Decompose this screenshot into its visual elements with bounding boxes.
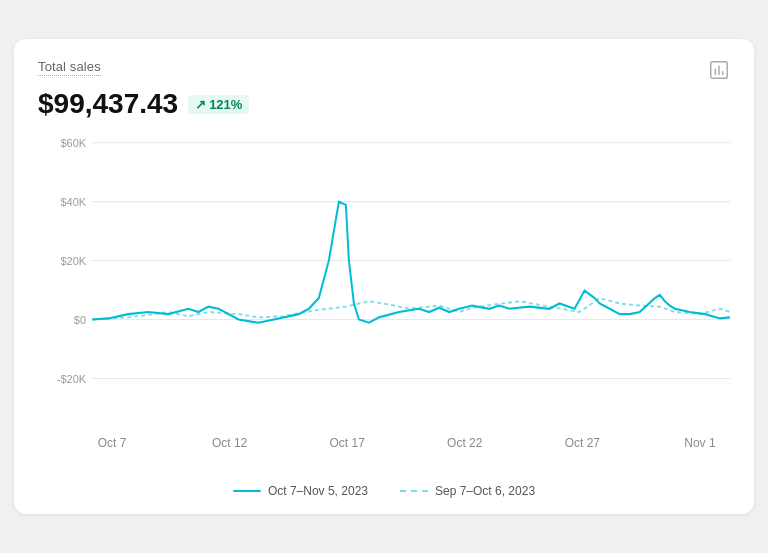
x-label-nov1: Nov 1 bbox=[680, 436, 720, 450]
card-title: Total sales bbox=[38, 59, 101, 76]
svg-text:$40K: $40K bbox=[60, 196, 86, 208]
x-label-oct17: Oct 17 bbox=[327, 436, 367, 450]
chart-container: $60K $40K $20K $0 -$20K Oct 7 Oct 12 Oct… bbox=[38, 132, 730, 472]
chart-svg: $60K $40K $20K $0 -$20K bbox=[38, 132, 730, 432]
legend-series1: Oct 7–Nov 5, 2023 bbox=[233, 484, 368, 498]
svg-text:$20K: $20K bbox=[60, 255, 86, 267]
report-icon[interactable] bbox=[708, 59, 730, 86]
change-arrow: ↗ bbox=[195, 97, 206, 112]
svg-text:-$20K: -$20K bbox=[57, 372, 87, 384]
legend-series1-label: Oct 7–Nov 5, 2023 bbox=[268, 484, 368, 498]
legend-solid-line bbox=[233, 490, 261, 492]
legend-series2: Sep 7–Oct 6, 2023 bbox=[400, 484, 535, 498]
chart-legend: Oct 7–Nov 5, 2023 Sep 7–Oct 6, 2023 bbox=[38, 484, 730, 498]
change-badge: ↗ 121% bbox=[188, 95, 249, 114]
x-axis-labels: Oct 7 Oct 12 Oct 17 Oct 22 Oct 27 Nov 1 bbox=[38, 432, 730, 450]
card-header: Total sales bbox=[38, 59, 730, 86]
svg-text:$60K: $60K bbox=[60, 137, 86, 149]
legend-dashed-line bbox=[400, 490, 428, 492]
x-label-oct22: Oct 22 bbox=[445, 436, 485, 450]
legend-series2-label: Sep 7–Oct 6, 2023 bbox=[435, 484, 535, 498]
sales-card: Total sales $99,437.43 ↗ 121% $60K bbox=[14, 39, 754, 514]
series1-line bbox=[92, 202, 730, 323]
metrics-row: $99,437.43 ↗ 121% bbox=[38, 88, 730, 120]
svg-text:$0: $0 bbox=[74, 313, 86, 325]
total-amount: $99,437.43 bbox=[38, 88, 178, 120]
x-label-oct7: Oct 7 bbox=[92, 436, 132, 450]
x-label-oct27: Oct 27 bbox=[562, 436, 602, 450]
x-label-oct12: Oct 12 bbox=[210, 436, 250, 450]
change-pct: 121% bbox=[209, 97, 242, 112]
